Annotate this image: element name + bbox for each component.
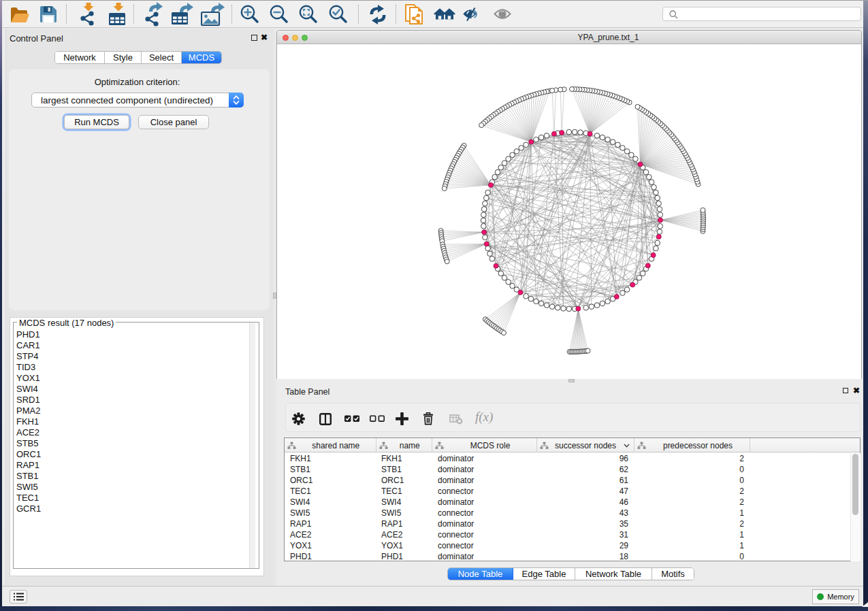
svg-text:f(x): f(x): [475, 410, 493, 425]
